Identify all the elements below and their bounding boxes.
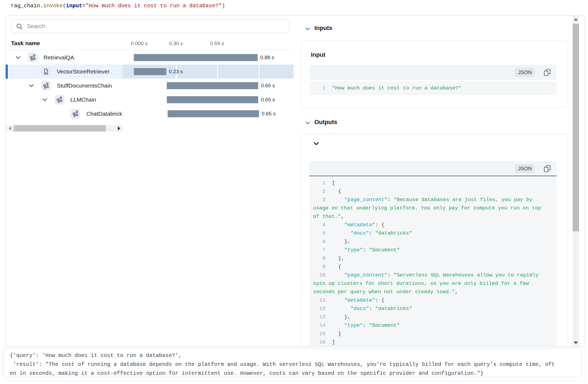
json-line: 1"How much does it cost to run a databas… [313, 84, 550, 92]
line-number: 11 [313, 296, 325, 305]
line-number: 2 [313, 187, 325, 196]
horizontal-scroll-thumb[interactable] [14, 125, 106, 132]
code-token: input [66, 3, 82, 9]
code-token: = [82, 3, 85, 9]
time-tick-0: 0.000 s [120, 41, 158, 46]
task-cell[interactable]: VectorStoreRetriever [6, 65, 122, 79]
line-number: 9 [313, 263, 325, 271]
tree-horizontal-scrollbar[interactable] [6, 125, 122, 132]
chevron-down-icon [305, 27, 310, 31]
task-cell[interactable]: RetrievalQA [6, 51, 122, 65]
input-card: Input JSON 1"How much does it cost to ru… [301, 41, 568, 108]
json-line: 7 "type": "Document" [313, 246, 550, 254]
table-row[interactable]: VectorStoreRetriever 0.23 s [6, 65, 294, 79]
line-number: 1 [313, 84, 325, 92]
scroll-down-button[interactable] [573, 339, 579, 346]
json-line: 8 }, [313, 254, 550, 263]
task-cell[interactable]: StuffDocumentsChain [6, 79, 122, 93]
copy-icon [543, 68, 551, 76]
task-name-label: LLMChain [70, 96, 96, 103]
duration-bar[interactable] [134, 54, 258, 61]
code-token: rag_chain. [11, 3, 43, 9]
chain-icon [72, 110, 79, 117]
line-number: 15 [313, 330, 325, 338]
panel-vertical-scrollbar[interactable] [573, 16, 579, 346]
vertical-scroll-thumb[interactable] [573, 24, 579, 231]
gantt-cell: 0.88 s [122, 51, 294, 65]
table-row[interactable]: StuffDocumentsChain 0.65 s [6, 79, 294, 93]
line-number: 7 [313, 246, 325, 254]
json-format-chip[interactable]: JSON [515, 164, 535, 173]
input-json-header: JSON [309, 65, 557, 80]
gantt-cell: 0.65 s [122, 107, 294, 121]
search-icon [16, 23, 23, 30]
code-token: ) [222, 3, 225, 9]
duration-label: 0.65 s [261, 79, 275, 93]
span-type-icon [41, 67, 51, 76]
chain-icon [29, 54, 36, 61]
task-rows: RetrievalQA 0.88 s VectorStoreRetriever … [6, 51, 294, 121]
json-line: 11 "metadata": { [313, 296, 550, 305]
output-json-body: 1[2 {3 "page_content": "Because database… [309, 176, 557, 346]
task-cell[interactable]: LLMChain [6, 93, 122, 107]
time-tick-2: 0.59 s [198, 41, 236, 46]
tree-expand-chevron[interactable] [29, 84, 34, 88]
table-row[interactable]: RetrievalQA 0.88 s [6, 51, 294, 65]
json-line: 15 } [313, 330, 550, 338]
triangle-up-icon [574, 18, 578, 21]
document-icon [42, 68, 49, 75]
result-box: {'query': 'How much does it cost to run … [4, 349, 582, 377]
json-line: 4 "metadata": { [313, 221, 550, 229]
json-line: 3 "page_content": "Because databases are… [313, 196, 550, 221]
scroll-right-button[interactable] [115, 125, 122, 132]
copy-button[interactable] [543, 68, 551, 76]
duration-bar[interactable] [167, 82, 258, 89]
json-format-chip[interactable]: JSON [515, 68, 535, 77]
line-number: 16 [313, 338, 325, 346]
line-number: 4 [313, 221, 325, 229]
tree-expand-chevron[interactable] [16, 56, 21, 59]
chevron-down-icon [16, 56, 21, 59]
tree-expand-chevron[interactable] [42, 98, 47, 102]
search-box [11, 19, 290, 33]
outputs-collapse-chevron[interactable] [305, 121, 311, 125]
task-cell[interactable]: ChatDatabricks [6, 107, 122, 121]
triangle-left-icon [9, 126, 11, 130]
span-type-icon [55, 95, 64, 105]
inputs-section-title: Inputs [314, 25, 332, 32]
line-number: 5 [313, 229, 325, 238]
duration-bar[interactable] [167, 96, 258, 103]
line-number: 12 [313, 305, 325, 313]
span-type-icon [41, 81, 51, 91]
scroll-up-button[interactable] [573, 16, 579, 23]
table-row[interactable]: LLMChain 0.65 s [6, 93, 294, 107]
duration-bar[interactable] [134, 68, 166, 75]
scroll-left-button[interactable] [6, 125, 13, 132]
table-row[interactable]: ChatDatabricks 0.65 s [6, 107, 294, 121]
triangle-right-icon [118, 126, 120, 130]
copy-button[interactable] [543, 165, 551, 173]
gantt-cell: 0.23 s [122, 65, 294, 79]
code-token: "How much does it cost to run a database… [85, 3, 222, 9]
task-name-label: RetrievalQA [44, 54, 74, 61]
chevron-down-icon [42, 98, 47, 102]
input-json-body: 1"How much does it cost to run a databas… [309, 81, 557, 95]
line-number: 1 [313, 179, 325, 187]
output-json-header: JSON [309, 161, 557, 176]
search-input[interactable] [27, 20, 284, 33]
json-line: 1[ [313, 179, 550, 187]
line-number: 13 [313, 313, 325, 321]
line-number: 14 [313, 321, 325, 330]
json-line: 10 "page_content": "Serverless SQL Wareh… [313, 271, 550, 296]
inputs-collapse-chevron[interactable] [305, 27, 311, 31]
task-name-label: VectorStoreRetriever [57, 68, 109, 75]
triangle-down-icon [574, 342, 578, 344]
output-item-collapse-chevron[interactable] [314, 142, 319, 146]
json-line: 6 }, [313, 238, 550, 246]
duration-bar[interactable] [168, 110, 259, 117]
gantt-cell: 0.65 s [122, 93, 294, 107]
json-line: 2 { [313, 187, 550, 196]
chain-icon [56, 96, 63, 103]
output-json-block: JSON 1[2 {3 "page_content": "Because dat… [309, 161, 557, 346]
chevron-down-icon [305, 121, 310, 125]
